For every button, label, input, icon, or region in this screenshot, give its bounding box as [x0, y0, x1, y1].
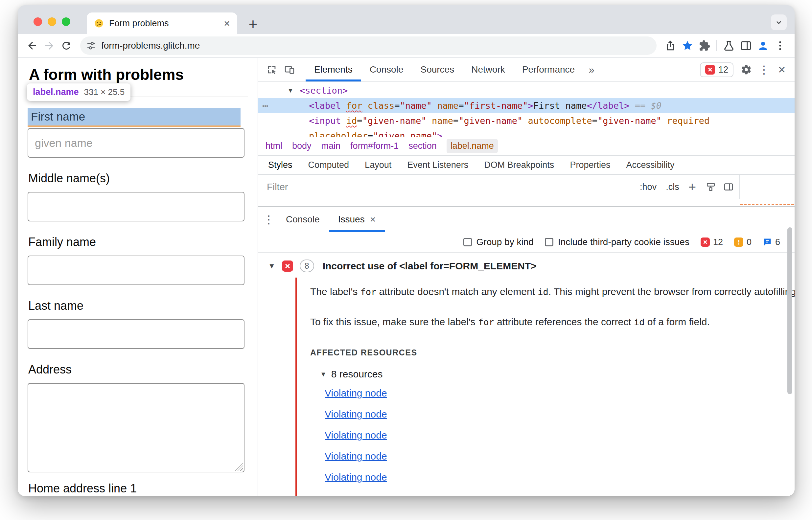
side-panel-icon[interactable] [737, 37, 755, 54]
address-textarea[interactable] [28, 383, 245, 472]
collapse-arrow-icon[interactable]: ▼ [320, 370, 327, 378]
issue-header[interactable]: ▼ 8 Incorrect use of <label for=FORM_ELE… [268, 260, 794, 272]
computed-sidebar-toggle-icon[interactable] [720, 178, 737, 196]
tab-properties[interactable]: Properties [562, 160, 618, 170]
profile-avatar[interactable] [755, 37, 771, 54]
tab-network[interactable]: Network [463, 58, 514, 81]
tooltip-dimensions: 331 × 25.5 [84, 87, 125, 97]
violating-node-link[interactable]: Violating node [325, 388, 794, 401]
resize-grip-icon[interactable] [235, 463, 243, 471]
elements-tree: ▼ <section> ⋯ <label for class="name" na… [258, 82, 794, 137]
devtools-menu-kebab-icon[interactable]: ⋮ [755, 61, 773, 79]
site-settings-icon[interactable] [86, 41, 97, 51]
issue-description-1: The label's for attribute doesn't match … [310, 284, 764, 300]
inspect-element-icon[interactable] [263, 61, 281, 79]
include-third-party-checkbox[interactable]: Include third-party cookie issues [545, 237, 689, 248]
drawer-menu-kebab-icon[interactable]: ⋮ [261, 212, 277, 227]
resources-expander[interactable]: ▼ 8 resources [320, 369, 794, 380]
crumb-label-selected[interactable]: label.name [447, 139, 498, 153]
settings-gear-icon[interactable] [737, 61, 755, 79]
tab-strip: Form problems × + [18, 5, 794, 34]
browser-menu-kebab-icon[interactable] [771, 37, 789, 54]
tab-computed[interactable]: Computed [300, 160, 357, 170]
tree-row-input[interactable]: <input id="given-name" name="given-name"… [258, 113, 794, 128]
fullscreen-window-button[interactable] [62, 18, 70, 26]
warnings-counter: 0 [734, 237, 752, 248]
given-name-input[interactable] [28, 128, 245, 158]
address-bar[interactable]: form-problems.glitch.me [80, 36, 657, 55]
web-page: A form with problems label.name 331 × 25… [18, 58, 258, 496]
group-by-kind-checkbox[interactable]: Group by kind [463, 237, 534, 248]
violating-node-link[interactable]: Violating node [325, 430, 794, 443]
share-button[interactable] [662, 37, 679, 54]
tree-row-input-wrap[interactable]: placeholder="given name"> [258, 128, 794, 137]
crumb-section[interactable]: section [408, 141, 437, 151]
bookmark-star-icon[interactable] [679, 37, 696, 54]
rendering-options-icon[interactable] [702, 178, 720, 196]
more-tabs-icon[interactable]: » [583, 64, 600, 76]
minimize-window-button[interactable] [48, 18, 56, 26]
family-name-label: Family name [28, 235, 96, 249]
collapse-arrow-icon[interactable]: ▼ [268, 262, 275, 270]
crumb-form[interactable]: form#form-1 [350, 141, 399, 151]
tab-performance[interactable]: Performance [514, 58, 583, 81]
tab-elements[interactable]: Elements [306, 58, 361, 81]
middle-name-input[interactable] [28, 192, 245, 222]
screenshot-canvas: Form problems × + form-problems.glitch.m… [0, 0, 812, 520]
back-button[interactable] [24, 37, 41, 54]
message-badge-icon [763, 237, 772, 247]
inspect-margin-overlay [28, 126, 240, 127]
highlighted-first-name-label: First name [28, 108, 240, 126]
last-name-input[interactable] [28, 319, 245, 349]
error-count: 12 [718, 65, 728, 75]
checkbox-icon[interactable] [545, 238, 553, 246]
crumb-html[interactable]: html [265, 141, 282, 151]
device-toolbar-icon[interactable] [281, 61, 298, 79]
scrollbar-thumb[interactable] [787, 227, 792, 394]
tab-search-button[interactable] [771, 15, 787, 30]
expand-arrow-icon[interactable]: ▼ [287, 87, 294, 94]
page-title: A form with problems [29, 66, 184, 83]
crumb-main[interactable]: main [321, 141, 341, 151]
violating-node-link[interactable]: Violating node [325, 409, 794, 422]
devtools-panel: Elements Console Sources Network Perform… [258, 58, 794, 496]
tab-sources[interactable]: Sources [412, 58, 463, 81]
extensions-icon[interactable] [696, 37, 713, 54]
crumb-body[interactable]: body [292, 141, 311, 151]
issue-title: Incorrect use of <label for=FORM_ELEMENT… [323, 260, 537, 272]
experiments-flask-icon[interactable] [720, 37, 737, 54]
drawer-tab-console[interactable]: Console [277, 207, 329, 232]
issues-count-button[interactable]: 12 [700, 62, 733, 77]
error-badge-icon [282, 260, 293, 272]
toggle-class-button[interactable]: .cls [666, 182, 679, 192]
reload-button[interactable] [58, 37, 75, 54]
devtools-drawer: ⋮ Console Issues × Group by kind Include… [258, 206, 794, 496]
dashed-separator [740, 204, 794, 205]
new-tab-button[interactable]: + [245, 15, 261, 31]
styles-sidebar-tabs: Styles Computed Layout Event Listeners D… [258, 156, 794, 175]
toggle-hover-state-button[interactable]: :hov [640, 182, 657, 192]
violating-node-link[interactable]: Violating node [325, 451, 794, 464]
node-options-icon[interactable]: ⋯ [262, 100, 268, 111]
tree-row-section[interactable]: ▼ <section> [258, 83, 794, 98]
tab-accessibility[interactable]: Accessibility [618, 160, 682, 170]
drawer-tab-issues[interactable]: Issues × [329, 207, 385, 232]
tab-console[interactable]: Console [361, 58, 412, 81]
new-style-rule-button[interactable]: + [688, 180, 696, 194]
browser-tab[interactable]: Form problems × [87, 12, 237, 34]
devtools-close-icon[interactable]: × [773, 61, 791, 79]
violating-node-link[interactable]: Violating node [325, 472, 794, 485]
tab-dom-breakpoints[interactable]: DOM Breakpoints [476, 160, 562, 170]
window-controls [33, 18, 70, 26]
close-window-button[interactable] [33, 18, 42, 26]
family-name-input[interactable] [28, 256, 245, 285]
checkbox-icon[interactable] [463, 238, 472, 246]
styles-filter-input[interactable]: Filter [267, 182, 288, 192]
tab-layout[interactable]: Layout [357, 160, 399, 170]
tree-row-label-selected[interactable]: ⋯ <label for class="name" name="first-na… [258, 98, 794, 113]
forward-button[interactable] [41, 37, 58, 54]
tab-styles[interactable]: Styles [260, 160, 300, 170]
tab-event-listeners[interactable]: Event Listeners [399, 160, 476, 170]
close-issues-tab-icon[interactable]: × [370, 214, 376, 225]
tab-close-icon[interactable]: × [224, 18, 230, 29]
